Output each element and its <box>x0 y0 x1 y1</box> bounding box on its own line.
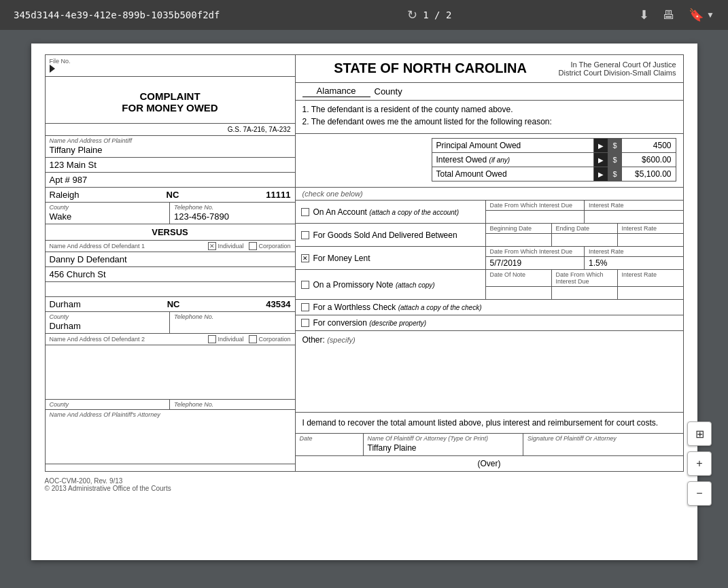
reason4-col2: Date From Which Interest Due <box>552 270 618 286</box>
plaintiff-address1-row: 123 Main St <box>46 158 295 173</box>
zoom-out-button[interactable]: − <box>687 481 712 506</box>
reason6-row: For conversion (describe property) <box>296 315 683 330</box>
reason3-right: Date From Which Interest Due Interest Ra… <box>486 247 683 269</box>
plaintiff-phone-col: Telephone No. 123-456-7890 <box>170 203 295 224</box>
def1-zip: 43534 <box>266 298 290 310</box>
plaintiff-county-col: County Wake <box>46 203 171 224</box>
def1-city: Durham <box>50 298 81 310</box>
file-no-box: File No. <box>46 55 295 77</box>
title-line1: COMPLAINT <box>52 90 288 102</box>
footer-line2: © 2013 Administrative Office of the Cour… <box>45 485 684 492</box>
plaintiff-city-state-zip: Raleigh NC 11111 <box>46 188 295 203</box>
reason3-checkbox[interactable] <box>301 254 309 262</box>
reason1-header: Date From Which Interest Due Interest Ra… <box>486 201 683 211</box>
reason5-left: For a Worthless Check (attach a copy of … <box>296 300 683 315</box>
def1-phone-label: Telephone No. <box>174 313 291 320</box>
sig-col: Signature Of Plaintiff Or Attorney <box>523 434 683 455</box>
reason1-col1: Date From Which Interest Due <box>486 201 585 210</box>
expand-button[interactable]: ⊞ <box>687 421 712 446</box>
reason4-values <box>486 287 683 299</box>
def2-individual-box[interactable] <box>208 335 216 343</box>
left-column: File No. COMPLAINT FOR MONEY OWED G.S. 7… <box>46 55 296 471</box>
reason4-left: On a Promissory Note (attach copy) <box>296 270 486 299</box>
plaintiff-phone: 123-456-7890 <box>174 211 291 222</box>
form-body: File No. COMPLAINT FOR MONEY OWED G.S. 7… <box>45 54 684 472</box>
county-name: Alamance <box>302 86 370 97</box>
interest-dollar: $ <box>608 153 621 167</box>
reason2-val2 <box>552 234 618 246</box>
total-arrow: ▶ <box>594 167 608 181</box>
plaintiff-address1: 123 Main St <box>50 159 291 171</box>
reason2-val1 <box>486 234 552 246</box>
plaintiff-label: Name And Address Of Plaintiff <box>50 137 291 144</box>
interest-row: Interest Owed (if any) ▶ $ $600.00 <box>432 153 676 167</box>
reload-icon[interactable]: ↻ <box>407 7 417 22</box>
check-below-label: (check one below) <box>296 188 683 201</box>
def2-corporation-box[interactable] <box>249 335 257 343</box>
reason1-right: Date From Which Interest Due Interest Ra… <box>486 201 683 223</box>
download-icon[interactable]: ⬇ <box>639 7 649 22</box>
plaintiff-name-col: Name Of Plaintiff Or Attorney (Type Or P… <box>364 434 524 455</box>
reason2-text: For Goods Sold And Delivered Between <box>313 230 457 240</box>
reason1-text: On An Account (attach a copy of the acco… <box>313 207 459 217</box>
def2-phone-col: Telephone No. <box>170 400 295 409</box>
interest-if-any: (if any) <box>489 156 510 164</box>
reason4-row: On a Promissory Note (attach copy) Date … <box>296 270 683 300</box>
def1-corporation-box[interactable] <box>249 242 257 250</box>
numbered-items: 1. The defendant is a resident of the co… <box>296 101 683 134</box>
reason6-checkbox[interactable] <box>301 319 309 327</box>
reason5-checkbox[interactable] <box>301 303 309 311</box>
nc-court: In The General Court Of Justice District… <box>559 60 676 77</box>
reason4-checkbox[interactable] <box>301 281 309 289</box>
signature-row: Date Name Of Plaintiff Or Attorney (Type… <box>296 434 683 456</box>
versus-row: VERSUS <box>46 224 295 241</box>
def1-county: Durham <box>50 320 166 332</box>
reason4-val1 <box>486 287 552 299</box>
interest-arrow: ▶ <box>594 153 608 167</box>
def2-phone-label: Telephone No. <box>174 401 291 408</box>
def2-corporation-checkbox[interactable]: Corporation <box>249 335 290 343</box>
reason2-col3: Interest Rate <box>618 224 683 233</box>
reason1-val2 <box>585 211 683 223</box>
def1-individual-box[interactable] <box>208 242 216 250</box>
reason1-row: On An Account (attach a copy of the acco… <box>296 201 683 224</box>
def2-name-area <box>46 345 295 400</box>
plaintiff-county-phone: County Wake Telephone No. 123-456-7890 <box>46 203 295 224</box>
principal-arrow: ▶ <box>594 139 608 153</box>
def2-corporation-label: Corporation <box>258 336 290 343</box>
bookmark-button[interactable]: 🔖 ▼ <box>689 7 714 22</box>
def1-blank-row <box>46 282 295 297</box>
reason1-checkbox[interactable] <box>301 208 309 216</box>
toolbar-right: ⬇ 🖶 🔖 ▼ <box>639 7 714 22</box>
def1-corporation-checkbox[interactable]: Corporation <box>249 242 290 250</box>
nc-title-area: STATE OF NORTH CAROLINA <box>302 60 559 76</box>
reason2-col2: Ending Date <box>552 224 618 233</box>
plaintiff-address2: Apt # 987 <box>50 174 291 186</box>
over-text: (Over) <box>478 459 501 468</box>
reason1-val1 <box>486 211 585 223</box>
zoom-in-button[interactable]: + <box>687 451 712 476</box>
plaintiff-name-label: Name Of Plaintiff Or Attorney (Type Or P… <box>368 435 519 442</box>
def1-corporation-label: Corporation <box>258 243 290 249</box>
reason3-header: Date From Which Interest Due Interest Ra… <box>486 247 683 257</box>
reason2-checkbox[interactable] <box>301 231 309 239</box>
reason2-right: Beginning Date Ending Date Interest Rate <box>486 224 683 246</box>
principal-dollar: $ <box>608 139 621 153</box>
plaintiff-zip: 11111 <box>266 189 290 201</box>
county-word: County <box>375 86 402 97</box>
reason3-col1: Date From Which Interest Due <box>486 247 585 256</box>
def2-individual-checkbox[interactable]: Individual <box>208 335 243 343</box>
float-buttons: ⊞ + − <box>687 421 712 506</box>
print-icon[interactable]: 🖶 <box>663 8 675 22</box>
reason3-left: For Money Lent <box>296 247 486 269</box>
total-row: Total Amount Owed ▶ $ $5,100.00 <box>432 167 676 181</box>
footer-line1: AOC-CVM-200, Rev. 9/13 <box>45 477 684 485</box>
def1-individual-checkbox[interactable]: Individual <box>208 242 243 250</box>
reason4-right: Date Of Note Date From Which Interest Du… <box>486 270 683 299</box>
right-column: STATE OF NORTH CAROLINA In The General C… <box>296 55 683 471</box>
reason5-label: For a Worthless Check <box>313 302 396 312</box>
def1-name: Danny D Defendant <box>50 254 291 265</box>
reason4-val3 <box>618 287 683 299</box>
reason2-row: For Goods Sold And Delivered Between Beg… <box>296 224 683 247</box>
plaintiff-phone-label: Telephone No. <box>174 204 291 211</box>
